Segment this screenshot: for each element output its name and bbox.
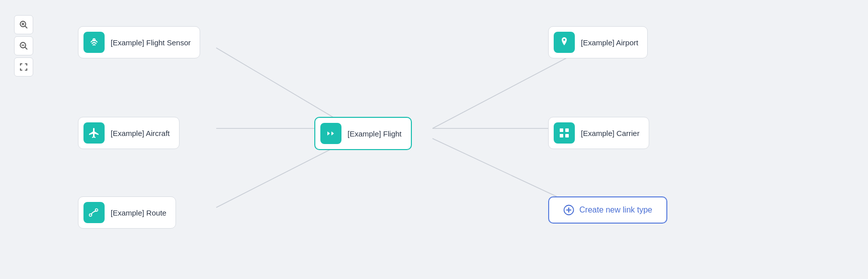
node-route[interactable]: [Example] Route bbox=[78, 196, 176, 229]
create-link-type-button[interactable]: Create new link type bbox=[548, 196, 667, 224]
node-carrier[interactable]: [Example] Carrier bbox=[548, 117, 649, 149]
node-airport[interactable]: [Example] Airport bbox=[548, 26, 648, 58]
airport-icon bbox=[554, 32, 575, 53]
flight-sensor-label: [Example] Flight Sensor bbox=[111, 38, 191, 47]
svg-rect-16 bbox=[565, 134, 569, 137]
svg-line-0 bbox=[216, 48, 352, 128]
aircraft-icon bbox=[83, 122, 105, 144]
aircraft-label: [Example] Aircraft bbox=[111, 129, 170, 137]
flight-icon bbox=[320, 123, 341, 144]
canvas: [Example] Flight Sensor [Example] Airpor… bbox=[0, 0, 868, 279]
node-aircraft[interactable]: [Example] Aircraft bbox=[78, 117, 180, 149]
svg-line-1 bbox=[432, 48, 586, 128]
flight-label: [Example] Flight bbox=[348, 129, 402, 138]
flight-sensor-icon bbox=[83, 32, 105, 53]
zoom-out-button[interactable] bbox=[14, 36, 33, 55]
zoom-in-button[interactable] bbox=[14, 15, 33, 34]
node-flight[interactable]: [Example] Flight bbox=[314, 117, 412, 150]
zoom-controls bbox=[14, 15, 33, 77]
route-icon bbox=[83, 202, 105, 223]
svg-rect-14 bbox=[565, 128, 569, 132]
airport-label: [Example] Airport bbox=[581, 38, 638, 47]
svg-line-11 bbox=[25, 47, 28, 50]
route-label: [Example] Route bbox=[111, 208, 166, 217]
svg-rect-15 bbox=[560, 134, 563, 137]
fit-view-button[interactable] bbox=[14, 57, 33, 77]
create-link-label: Create new link type bbox=[579, 205, 652, 215]
svg-line-7 bbox=[25, 26, 28, 29]
svg-rect-13 bbox=[560, 128, 563, 132]
carrier-label: [Example] Carrier bbox=[581, 129, 640, 137]
carrier-icon bbox=[554, 122, 575, 144]
plus-circle-icon bbox=[563, 204, 574, 216]
node-flight-sensor[interactable]: [Example] Flight Sensor bbox=[78, 26, 200, 58]
